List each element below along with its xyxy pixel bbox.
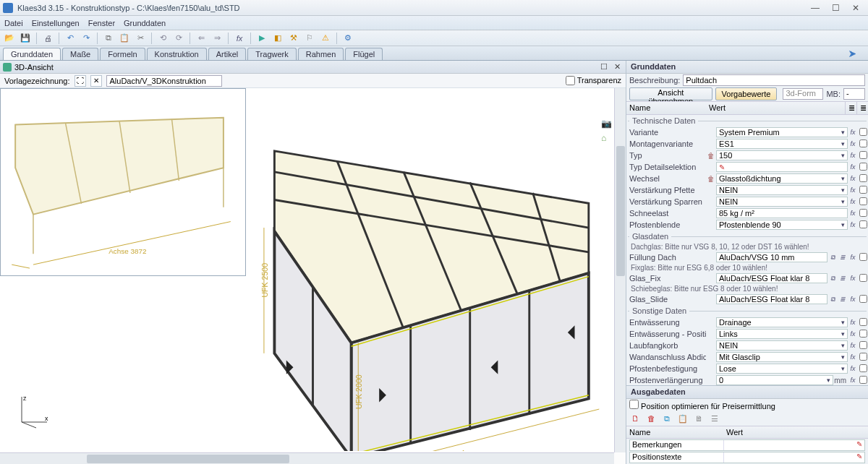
- prop-checkbox[interactable]: [859, 220, 867, 228]
- prop-checkbox[interactable]: [859, 341, 867, 349]
- fx-icon[interactable]: fx: [848, 210, 858, 217]
- undo-icon[interactable]: ↶: [64, 32, 77, 45]
- out-doc-icon[interactable]: 🗎: [693, 413, 705, 424]
- link-back-icon[interactable]: ⟲: [156, 32, 169, 45]
- panel-restore-button[interactable]: ☐: [598, 62, 610, 72]
- arrow-left-icon[interactable]: ⇐: [195, 32, 208, 45]
- fx-icon[interactable]: fx: [848, 365, 858, 372]
- prop-value[interactable]: ES1: [716, 139, 848, 149]
- fx-icon[interactable]: fx: [848, 140, 858, 147]
- maximize-button[interactable]: ☐: [826, 1, 845, 14]
- tab-fluegel[interactable]: Flügel: [345, 48, 383, 60]
- link-fwd-icon[interactable]: ⟳: [172, 32, 185, 45]
- fx-icon[interactable]: fx: [848, 342, 858, 349]
- out-list-icon[interactable]: ☰: [709, 413, 720, 424]
- prop-checkbox[interactable]: [859, 139, 867, 147]
- menu-datei[interactable]: Datei: [4, 19, 23, 27]
- template-combo[interactable]: AluDach/V_3DKonstruktion: [106, 75, 222, 87]
- prop-checkbox[interactable]: [859, 163, 867, 171]
- transparency-checkbox[interactable]: Transparenz: [566, 76, 621, 86]
- col-name[interactable]: Name: [626, 102, 706, 114]
- prop-value[interactable]: Glasstoßdichtung: [716, 173, 848, 184]
- out-del-icon[interactable]: 🗑: [645, 413, 657, 424]
- cut-icon[interactable]: ✂: [134, 32, 147, 45]
- prop-value[interactable]: Pfostenblende 90: [716, 220, 848, 230]
- prop-checkbox[interactable]: [859, 318, 867, 326]
- view-3d-combo[interactable]: 3d-Form: [783, 88, 823, 100]
- fx-icon[interactable]: fx: [848, 186, 858, 194]
- prop-checkbox[interactable]: [859, 209, 867, 217]
- scrollbar-horizontal[interactable]: [0, 452, 614, 464]
- ansicht-button[interactable]: Ansicht übernehmen: [629, 87, 712, 100]
- prop-value[interactable]: ✎: [716, 162, 848, 172]
- menu-einstellungen[interactable]: Einstellungen: [32, 19, 80, 27]
- col-sort2-icon[interactable]: ≣: [856, 102, 868, 114]
- fx-icon[interactable]: fx: [848, 163, 858, 171]
- col-wert[interactable]: Wert: [706, 102, 845, 114]
- prop-value[interactable]: System Premium: [716, 127, 848, 137]
- fx-icon[interactable]: fx: [848, 221, 858, 228]
- run-icon[interactable]: ▶: [255, 32, 268, 45]
- vp-camera-icon[interactable]: 📷: [601, 119, 611, 129]
- prop-checkbox[interactable]: [859, 253, 867, 261]
- prop-value[interactable]: Lose: [716, 364, 848, 374]
- scrollbar-vertical[interactable]: [614, 88, 626, 452]
- open-icon[interactable]: 📂: [3, 32, 16, 45]
- delete-icon[interactable]: 🗑: [706, 175, 716, 183]
- prop-value[interactable]: 0: [716, 375, 833, 385]
- fx-icon[interactable]: fx: [848, 175, 858, 182]
- settings-icon[interactable]: ⚙: [341, 32, 354, 45]
- prop-value[interactable]: NEIN: [716, 340, 848, 351]
- tab-konstruktion[interactable]: Konstruktion: [147, 48, 207, 60]
- tab-rahmen[interactable]: Rahmen: [298, 48, 344, 60]
- out-new-icon[interactable]: 🗋: [629, 413, 641, 424]
- tab-tragwerk[interactable]: Tragwerk: [247, 48, 296, 60]
- prop-checkbox[interactable]: [859, 174, 867, 182]
- box-icon[interactable]: ◧: [271, 32, 284, 45]
- output-row[interactable]: Bemerkungen✎: [629, 439, 865, 451]
- out-copy-icon[interactable]: ⧉: [661, 413, 673, 424]
- prop-value[interactable]: NEIN: [716, 185, 848, 195]
- vp-home-icon[interactable]: ⌂: [601, 133, 611, 143]
- fx-icon[interactable]: fx: [848, 330, 858, 338]
- tab-collapse-icon[interactable]: ⮞: [841, 48, 864, 60]
- fx-icon[interactable]: fx: [848, 254, 858, 261]
- fx-icon[interactable]: fx: [848, 319, 858, 326]
- tab-grunddaten[interactable]: Grunddaten: [3, 48, 61, 60]
- paste-icon[interactable]: 📋: [118, 32, 131, 45]
- fx-icon[interactable]: fx: [848, 377, 858, 384]
- list-icon[interactable]: ≣: [838, 254, 848, 261]
- template-expand-button[interactable]: ⛶: [75, 75, 86, 87]
- prop-value[interactable]: Mit Glasclip: [716, 352, 848, 362]
- beschreibung-field[interactable]: [683, 74, 865, 86]
- prop-checkbox[interactable]: [859, 330, 867, 338]
- prop-value[interactable]: NEIN: [716, 197, 848, 207]
- copy-icon[interactable]: ⧉: [102, 32, 115, 45]
- tab-formeln[interactable]: Formeln: [100, 48, 145, 60]
- redo-icon[interactable]: ↷: [80, 32, 93, 45]
- flag-icon[interactable]: ⚐: [303, 32, 316, 45]
- prop-checkbox[interactable]: [859, 364, 867, 372]
- ext-icon[interactable]: ⧉: [827, 254, 838, 262]
- viewport-3d[interactable]: Achse 3872 Tiefe 3000 UFK 2000 UFK 2500: [0, 88, 626, 451]
- fx-icon[interactable]: fx: [848, 353, 858, 361]
- mini-view[interactable]: Achse 3872: [0, 88, 246, 276]
- template-clear-button[interactable]: ✕: [90, 75, 102, 87]
- prop-checkbox[interactable]: [859, 128, 867, 136]
- prop-checkbox[interactable]: [859, 353, 867, 361]
- vorgabe-button[interactable]: Vorgabewerte: [715, 87, 778, 100]
- prop-checkbox[interactable]: [859, 376, 867, 384]
- mb-combo[interactable]: -: [843, 88, 865, 100]
- fx-icon[interactable]: fx: [848, 152, 858, 159]
- menu-fenster[interactable]: Fenster: [88, 19, 115, 27]
- prop-value[interactable]: 150: [716, 150, 848, 160]
- prop-checkbox[interactable]: [859, 197, 867, 205]
- minimize-button[interactable]: —: [806, 1, 825, 14]
- out-paste-icon[interactable]: 📋: [677, 413, 689, 424]
- print-icon[interactable]: 🖨: [41, 32, 54, 45]
- tab-artikel[interactable]: Artikel: [208, 48, 247, 60]
- delete-icon[interactable]: 🗑: [706, 152, 716, 160]
- tab-masse[interactable]: Maße: [62, 48, 98, 60]
- tool-icon[interactable]: ⚒: [287, 32, 300, 45]
- fx-icon[interactable]: fx: [233, 32, 246, 45]
